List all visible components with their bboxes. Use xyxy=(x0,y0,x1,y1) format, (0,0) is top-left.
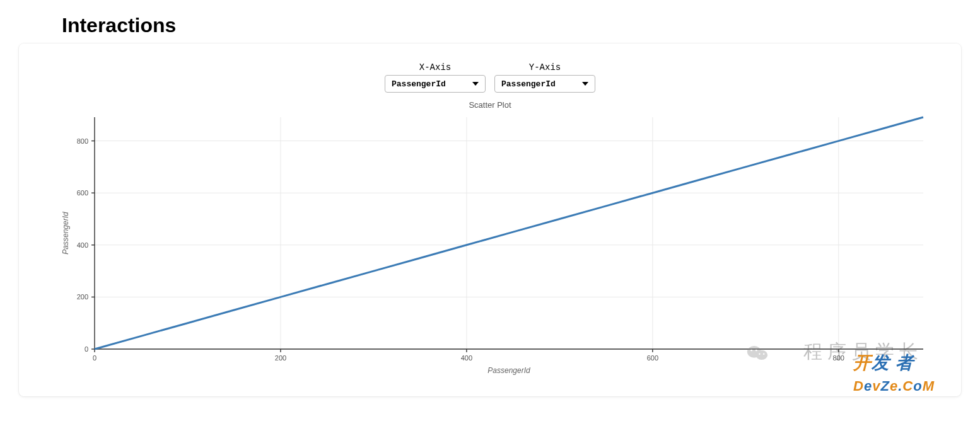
svg-text:600: 600 xyxy=(647,354,658,362)
svg-text:800: 800 xyxy=(833,354,844,362)
chevron-down-icon xyxy=(582,82,588,86)
x-axis-control: X-Axis PassengerId xyxy=(385,62,486,93)
scatter-plot: 02004006008000200400600800PassengerIdPas… xyxy=(57,112,936,377)
x-axis-select[interactable]: PassengerId xyxy=(385,75,486,93)
y-axis-select[interactable]: PassengerId xyxy=(494,75,595,93)
svg-text:200: 200 xyxy=(275,354,286,362)
axis-controls: X-Axis PassengerId Y-Axis PassengerId xyxy=(32,62,948,93)
svg-text:0: 0 xyxy=(85,345,88,353)
y-axis-control: Y-Axis PassengerId xyxy=(494,62,595,93)
svg-text:800: 800 xyxy=(77,137,88,145)
svg-text:PassengerId: PassengerId xyxy=(487,366,530,375)
svg-text:200: 200 xyxy=(77,293,88,301)
y-axis-label: Y-Axis xyxy=(529,62,561,72)
chart-card: X-Axis PassengerId Y-Axis PassengerId Sc… xyxy=(19,43,961,396)
y-axis-select-value: PassengerId xyxy=(501,79,556,89)
x-axis-select-value: PassengerId xyxy=(392,79,446,89)
chart-area[interactable]: 02004006008000200400600800PassengerIdPas… xyxy=(57,112,936,377)
svg-text:PassengerId: PassengerId xyxy=(61,212,70,255)
svg-text:400: 400 xyxy=(77,241,88,249)
chevron-down-icon xyxy=(472,82,479,86)
chart-title: Scatter Plot xyxy=(32,100,948,110)
page-title: Interactions xyxy=(62,14,980,37)
svg-text:0: 0 xyxy=(93,354,96,362)
x-axis-label: X-Axis xyxy=(419,62,451,72)
svg-text:600: 600 xyxy=(77,189,88,197)
svg-text:400: 400 xyxy=(461,354,472,362)
